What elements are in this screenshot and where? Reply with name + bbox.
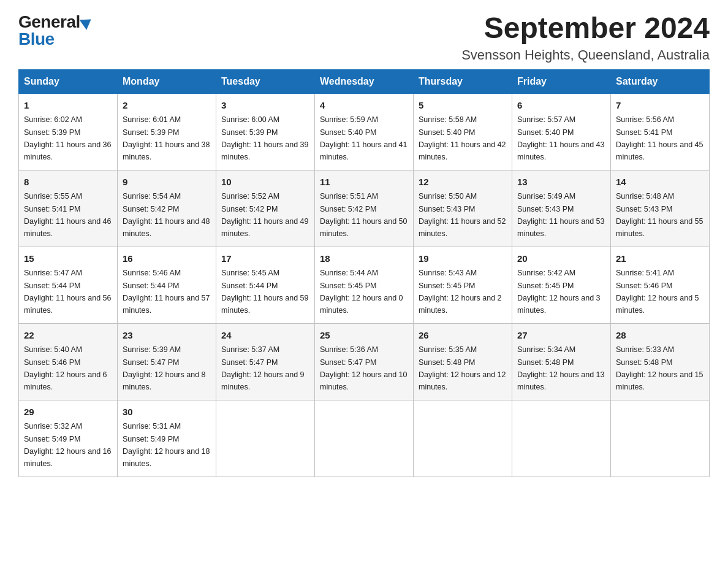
- calendar-cell: [414, 400, 512, 477]
- day-info: Sunrise: 5:59 AMSunset: 5:40 PMDaylight:…: [320, 115, 407, 161]
- day-number: 18: [320, 252, 408, 266]
- day-info: Sunrise: 5:50 AMSunset: 5:43 PMDaylight:…: [419, 192, 506, 238]
- day-info: Sunrise: 5:52 AMSunset: 5:42 PMDaylight:…: [221, 192, 308, 238]
- calendar-cell: 30 Sunrise: 5:31 AMSunset: 5:49 PMDaylig…: [118, 400, 216, 477]
- calendar-cell: 2 Sunrise: 6:01 AMSunset: 5:39 PMDayligh…: [118, 93, 216, 170]
- calendar-cell: 24 Sunrise: 5:37 AMSunset: 5:47 PMDaylig…: [216, 323, 315, 400]
- day-number: 29: [24, 405, 112, 419]
- day-info: Sunrise: 5:56 AMSunset: 5:41 PMDaylight:…: [616, 115, 703, 161]
- calendar-cell: 26 Sunrise: 5:35 AMSunset: 5:48 PMDaylig…: [414, 323, 512, 400]
- day-number: 12: [419, 175, 507, 190]
- weekday-header-wednesday: Wednesday: [315, 69, 414, 93]
- day-info: Sunrise: 5:49 AMSunset: 5:43 PMDaylight:…: [517, 192, 604, 238]
- calendar-cell: 9 Sunrise: 5:54 AMSunset: 5:42 PMDayligh…: [118, 170, 216, 247]
- day-number: 15: [24, 252, 112, 266]
- day-info: Sunrise: 5:42 AMSunset: 5:45 PMDaylight:…: [517, 269, 601, 315]
- day-number: 24: [221, 329, 309, 343]
- day-info: Sunrise: 5:51 AMSunset: 5:42 PMDaylight:…: [320, 192, 407, 238]
- day-number: 23: [123, 329, 211, 343]
- month-title: September 2024: [461, 12, 710, 45]
- calendar-cell: 1 Sunrise: 6:02 AMSunset: 5:39 PMDayligh…: [19, 93, 118, 170]
- weekday-header-saturday: Saturday: [611, 69, 710, 93]
- weekday-header-row: SundayMondayTuesdayWednesdayThursdayFrid…: [19, 69, 710, 93]
- day-number: 5: [419, 99, 507, 113]
- page-header: General Blue September 2024 Svensson Hei…: [18, 12, 710, 63]
- day-info: Sunrise: 6:01 AMSunset: 5:39 PMDaylight:…: [123, 115, 210, 161]
- day-info: Sunrise: 5:31 AMSunset: 5:49 PMDaylight:…: [123, 422, 210, 468]
- day-number: 20: [517, 252, 605, 266]
- day-number: 3: [221, 99, 309, 113]
- day-info: Sunrise: 5:55 AMSunset: 5:41 PMDaylight:…: [24, 192, 111, 238]
- calendar-cell: [216, 400, 315, 477]
- calendar-cell: 21 Sunrise: 5:41 AMSunset: 5:46 PMDaylig…: [611, 247, 710, 323]
- day-number: 26: [419, 329, 507, 343]
- calendar-cell: 18 Sunrise: 5:44 AMSunset: 5:45 PMDaylig…: [315, 247, 414, 323]
- day-number: 14: [616, 175, 704, 190]
- day-number: 13: [517, 175, 605, 190]
- day-info: Sunrise: 6:02 AMSunset: 5:39 PMDaylight:…: [24, 115, 111, 161]
- calendar-cell: 14 Sunrise: 5:48 AMSunset: 5:43 PMDaylig…: [611, 170, 710, 247]
- day-number: 8: [24, 175, 112, 190]
- day-info: Sunrise: 5:32 AMSunset: 5:49 PMDaylight:…: [24, 422, 111, 468]
- day-number: 27: [517, 329, 605, 343]
- calendar-cell: 13 Sunrise: 5:49 AMSunset: 5:43 PMDaylig…: [512, 170, 611, 247]
- day-info: Sunrise: 5:33 AMSunset: 5:48 PMDaylight:…: [616, 345, 703, 391]
- day-number: 9: [123, 175, 211, 190]
- day-info: Sunrise: 5:48 AMSunset: 5:43 PMDaylight:…: [616, 192, 703, 238]
- weekday-header-tuesday: Tuesday: [216, 69, 315, 93]
- calendar-table: SundayMondayTuesdayWednesdayThursdayFrid…: [18, 69, 710, 477]
- day-number: 19: [419, 252, 507, 266]
- day-info: Sunrise: 5:47 AMSunset: 5:44 PMDaylight:…: [24, 269, 111, 315]
- calendar-week-row: 8 Sunrise: 5:55 AMSunset: 5:41 PMDayligh…: [19, 170, 710, 247]
- calendar-cell: 6 Sunrise: 5:57 AMSunset: 5:40 PMDayligh…: [512, 93, 611, 170]
- day-number: 10: [221, 175, 309, 190]
- day-info: Sunrise: 6:00 AMSunset: 5:39 PMDaylight:…: [221, 115, 308, 161]
- calendar-cell: 11 Sunrise: 5:51 AMSunset: 5:42 PMDaylig…: [315, 170, 414, 247]
- day-number: 17: [221, 252, 309, 266]
- day-info: Sunrise: 5:39 AMSunset: 5:47 PMDaylight:…: [123, 345, 206, 391]
- calendar-cell: 7 Sunrise: 5:56 AMSunset: 5:41 PMDayligh…: [611, 93, 710, 170]
- calendar-cell: 28 Sunrise: 5:33 AMSunset: 5:48 PMDaylig…: [611, 323, 710, 400]
- calendar-week-row: 22 Sunrise: 5:40 AMSunset: 5:46 PMDaylig…: [19, 323, 710, 400]
- day-number: 7: [616, 99, 704, 113]
- title-block: September 2024 Svensson Heights, Queensl…: [461, 12, 710, 63]
- day-number: 21: [616, 252, 704, 266]
- day-info: Sunrise: 5:44 AMSunset: 5:45 PMDaylight:…: [320, 269, 403, 315]
- calendar-cell: 15 Sunrise: 5:47 AMSunset: 5:44 PMDaylig…: [19, 247, 118, 323]
- day-number: 2: [123, 99, 211, 113]
- day-info: Sunrise: 5:54 AMSunset: 5:42 PMDaylight:…: [123, 192, 210, 238]
- day-number: 16: [123, 252, 211, 266]
- calendar-cell: 4 Sunrise: 5:59 AMSunset: 5:40 PMDayligh…: [315, 93, 414, 170]
- calendar-cell: 16 Sunrise: 5:46 AMSunset: 5:44 PMDaylig…: [118, 247, 216, 323]
- day-info: Sunrise: 5:41 AMSunset: 5:46 PMDaylight:…: [616, 269, 699, 315]
- weekday-header-friday: Friday: [512, 69, 611, 93]
- calendar-week-row: 15 Sunrise: 5:47 AMSunset: 5:44 PMDaylig…: [19, 247, 710, 323]
- calendar-cell: 3 Sunrise: 6:00 AMSunset: 5:39 PMDayligh…: [216, 93, 315, 170]
- day-info: Sunrise: 5:43 AMSunset: 5:45 PMDaylight:…: [419, 269, 502, 315]
- calendar-cell: 22 Sunrise: 5:40 AMSunset: 5:46 PMDaylig…: [19, 323, 118, 400]
- weekday-header-sunday: Sunday: [19, 69, 118, 93]
- calendar-cell: [315, 400, 414, 477]
- logo: General Blue: [18, 12, 92, 49]
- calendar-cell: 20 Sunrise: 5:42 AMSunset: 5:45 PMDaylig…: [512, 247, 611, 323]
- calendar-cell: [512, 400, 611, 477]
- day-info: Sunrise: 5:36 AMSunset: 5:47 PMDaylight:…: [320, 345, 407, 391]
- calendar-cell: 23 Sunrise: 5:39 AMSunset: 5:47 PMDaylig…: [118, 323, 216, 400]
- day-number: 1: [24, 99, 112, 113]
- day-number: 4: [320, 99, 408, 113]
- logo-blue: Blue: [18, 29, 55, 49]
- day-number: 25: [320, 329, 408, 343]
- day-number: 11: [320, 175, 408, 190]
- weekday-header-monday: Monday: [118, 69, 216, 93]
- calendar-cell: 29 Sunrise: 5:32 AMSunset: 5:49 PMDaylig…: [19, 400, 118, 477]
- calendar-cell: 17 Sunrise: 5:45 AMSunset: 5:44 PMDaylig…: [216, 247, 315, 323]
- calendar-cell: 27 Sunrise: 5:34 AMSunset: 5:48 PMDaylig…: [512, 323, 611, 400]
- location-title: Svensson Heights, Queensland, Australia: [461, 47, 710, 63]
- calendar-cell: 25 Sunrise: 5:36 AMSunset: 5:47 PMDaylig…: [315, 323, 414, 400]
- calendar-cell: 12 Sunrise: 5:50 AMSunset: 5:43 PMDaylig…: [414, 170, 512, 247]
- day-number: 22: [24, 329, 112, 343]
- day-info: Sunrise: 5:57 AMSunset: 5:40 PMDaylight:…: [517, 115, 604, 161]
- day-info: Sunrise: 5:35 AMSunset: 5:48 PMDaylight:…: [419, 345, 506, 391]
- day-number: 28: [616, 329, 704, 343]
- day-number: 6: [517, 99, 605, 113]
